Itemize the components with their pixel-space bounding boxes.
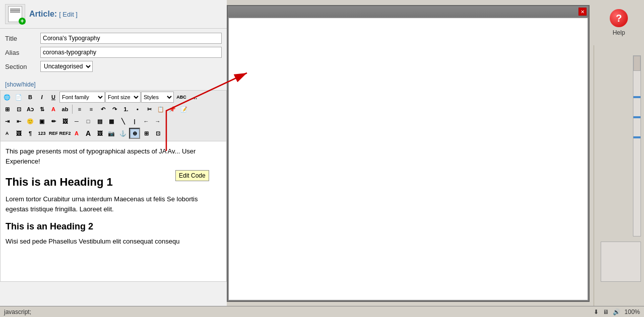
- section-select[interactable]: Uncategorised: [40, 61, 93, 72]
- special1[interactable]: 123: [36, 128, 47, 139]
- smiley-button[interactable]: 🙂: [25, 116, 36, 127]
- edit-link[interactable]: [ Edit ]: [59, 11, 78, 18]
- intro-paragraph: This page presents most of typographical…: [6, 146, 221, 166]
- alias-label: Alias: [5, 49, 40, 56]
- article-icon: +: [5, 4, 25, 24]
- arrow-left[interactable]: ←: [141, 116, 152, 127]
- table2-button[interactable]: ⊡: [13, 104, 24, 115]
- italic-button[interactable]: I: [36, 92, 47, 103]
- more-button[interactable]: …: [189, 92, 200, 103]
- cut-button[interactable]: ✂: [144, 104, 155, 115]
- toolbar-row-2: ⊞ ⊡ Aↄ ⇅ A ab ≡ ≡ ↶ ↷ 1. • ✂ 📋 📌 📝: [2, 104, 225, 115]
- list-ul-button[interactable]: •: [132, 104, 143, 115]
- download-icon: ⬇: [594, 308, 599, 315]
- abc-button[interactable]: ABC: [174, 92, 188, 103]
- scroll-indicator-3: [633, 136, 640, 138]
- zoom-level: 100%: [624, 308, 640, 315]
- special2[interactable]: REF: [48, 128, 59, 139]
- highlight-button[interactable]: ab: [59, 104, 71, 115]
- edit-code-button[interactable]: ⊕: [129, 128, 140, 139]
- title-label: Title: [5, 35, 40, 42]
- dialog-titlebar: ✕: [228, 6, 589, 17]
- showhide-toggle[interactable]: [show/hide]: [0, 79, 227, 90]
- help-label: Help: [613, 29, 625, 36]
- underline-button[interactable]: U: [48, 92, 59, 103]
- sound-icon: 🔊: [613, 308, 620, 315]
- heading-2: This is an Heading 2: [6, 220, 221, 233]
- scroll-indicator-1: [633, 96, 640, 98]
- font-size-select[interactable]: Font size: [105, 92, 141, 103]
- doc-button[interactable]: 📄: [13, 92, 24, 103]
- arrows-button[interactable]: ⇅: [36, 104, 47, 115]
- status-bar: javascript; ⬇ 🖥 🔊 100%: [0, 306, 644, 317]
- paste-text-button[interactable]: 📝: [178, 104, 189, 115]
- table-button[interactable]: ⊞: [2, 104, 13, 115]
- divider-1: [72, 105, 73, 114]
- bold-button[interactable]: B: [25, 92, 36, 103]
- editor-content[interactable]: This page presents most of typographical…: [0, 141, 227, 282]
- article-label: Article:: [29, 10, 57, 19]
- line-button[interactable]: |: [129, 116, 140, 127]
- help-section: ? Help: [594, 0, 644, 45]
- indent-button[interactable]: ⇥: [2, 116, 13, 127]
- section-label: Section: [5, 63, 40, 70]
- status-text: javascript;: [4, 308, 31, 315]
- copy-button[interactable]: 📋: [155, 104, 166, 115]
- font-family-select[interactable]: Font family: [59, 92, 105, 103]
- edit-code-tooltip: Edit Code: [175, 170, 209, 181]
- undo-button[interactable]: ↶: [97, 104, 108, 115]
- dialog-content: [229, 18, 588, 300]
- insert-image[interactable]: 🖼: [59, 116, 71, 127]
- globe-button[interactable]: 🌐: [2, 92, 13, 103]
- gallery-btn[interactable]: 🖼: [94, 128, 105, 139]
- image-btn[interactable]: 🖼: [13, 128, 24, 139]
- para-2: Wisi sed pede Phasellus Vestibulum elit …: [6, 236, 221, 247]
- sort-button[interactable]: Aↄ: [25, 104, 36, 115]
- header: + Article: [ Edit ]: [0, 0, 227, 29]
- toolbar-row-3: ⇥ ⇤ 🙂 ▣ ✏ 🖼 ─ □ ▤ ▦ ╲ | ← →: [2, 116, 225, 127]
- sidebar-scrollbar[interactable]: [633, 55, 641, 236]
- styles-select[interactable]: Styles: [141, 92, 174, 103]
- grid-button[interactable]: ▦: [106, 116, 117, 127]
- section-row: Section Uncategorised: [5, 61, 222, 72]
- font-size-small[interactable]: A: [2, 128, 13, 139]
- form-area: Title Alias Section Uncategorised: [0, 29, 227, 79]
- red-text-btn[interactable]: A: [71, 128, 82, 139]
- scrollbar-thumb[interactable]: [633, 56, 640, 71]
- box2-button[interactable]: ▤: [94, 116, 105, 127]
- big-a-btn[interactable]: A: [83, 128, 94, 139]
- toolbar-row-4: A 🖼 ¶ 123 REF REF2 A A 🖼 📷 ⚓ ⊕ ⊞ ⊡: [2, 128, 225, 139]
- zoom-btn[interactable]: ⊡: [152, 128, 163, 139]
- list-ol-button[interactable]: 1.: [120, 104, 132, 115]
- scroll-indicator-2: [633, 116, 640, 118]
- anchor-btn[interactable]: ⚓: [117, 128, 128, 139]
- alias-input[interactable]: [40, 47, 222, 58]
- help-icon[interactable]: ?: [610, 9, 628, 27]
- align-left-button[interactable]: ≡: [74, 104, 85, 115]
- status-right: ⬇ 🖥 🔊 100%: [594, 308, 640, 315]
- outdent-button[interactable]: ⇤: [13, 116, 24, 127]
- divider-insert[interactable]: ─: [71, 116, 82, 127]
- align-right-button[interactable]: ≡: [86, 104, 97, 115]
- paste-button[interactable]: 📌: [167, 104, 178, 115]
- add-badge: +: [19, 18, 26, 25]
- slash-button[interactable]: ╲: [117, 116, 128, 127]
- toolbar-row-1: 🌐 📄 B I U Font family Font size Styles A…: [2, 92, 225, 103]
- title-input[interactable]: [40, 33, 222, 44]
- close-dialog-button[interactable]: ✕: [578, 8, 587, 16]
- full-screen-btn[interactable]: ⊞: [141, 128, 152, 139]
- right-sidebar: [594, 45, 644, 317]
- edit-button[interactable]: ✏: [48, 116, 59, 127]
- arrow-right2[interactable]: →: [152, 116, 163, 127]
- title-row: Title: [5, 33, 222, 44]
- editor-toolbar: 🌐 📄 B I U Font family Font size Styles A…: [0, 90, 227, 141]
- para-btn[interactable]: ¶: [25, 128, 36, 139]
- sidebar-info-box: [601, 242, 641, 282]
- media-btn[interactable]: 📷: [106, 128, 117, 139]
- font-color-button[interactable]: A: [48, 104, 59, 115]
- frame-button[interactable]: ▣: [36, 116, 47, 127]
- box-button[interactable]: □: [83, 116, 94, 127]
- redo-button[interactable]: ↷: [109, 104, 120, 115]
- special3[interactable]: REF2: [59, 128, 71, 139]
- right-panel-dialog: ✕: [227, 5, 590, 302]
